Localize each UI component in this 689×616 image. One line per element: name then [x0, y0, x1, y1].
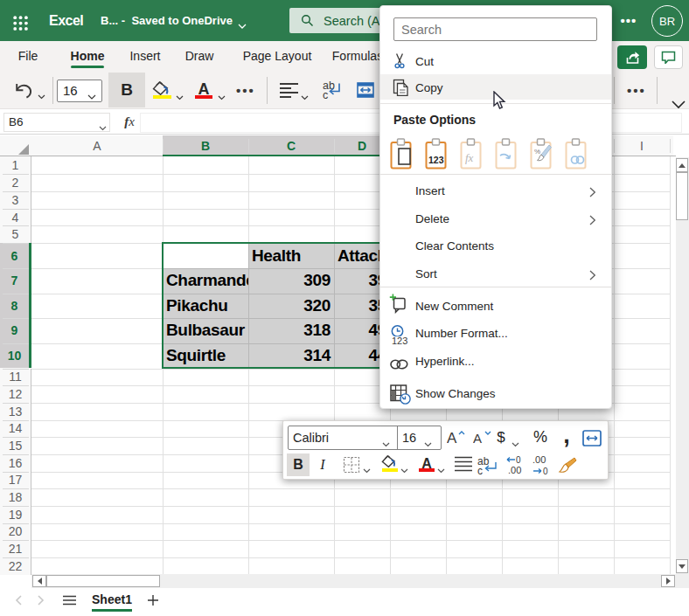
svg-text:%: % — [534, 148, 540, 156]
svg-text:c: c — [323, 89, 328, 100]
svg-text:fx: fx — [465, 151, 474, 164]
svg-text:.00: .00 — [508, 465, 521, 475]
svg-text:c: c — [477, 465, 483, 476]
svg-text:123: 123 — [392, 336, 407, 345]
svg-text:123: 123 — [428, 155, 444, 165]
svg-text:A: A — [447, 430, 457, 446]
svg-text:A: A — [473, 431, 482, 446]
svg-text:A: A — [421, 457, 432, 468]
svg-text:0: 0 — [543, 467, 548, 476]
svg-text:0: 0 — [516, 455, 521, 465]
svg-text:.00: .00 — [532, 455, 546, 465]
svg-text:A: A — [198, 82, 210, 95]
